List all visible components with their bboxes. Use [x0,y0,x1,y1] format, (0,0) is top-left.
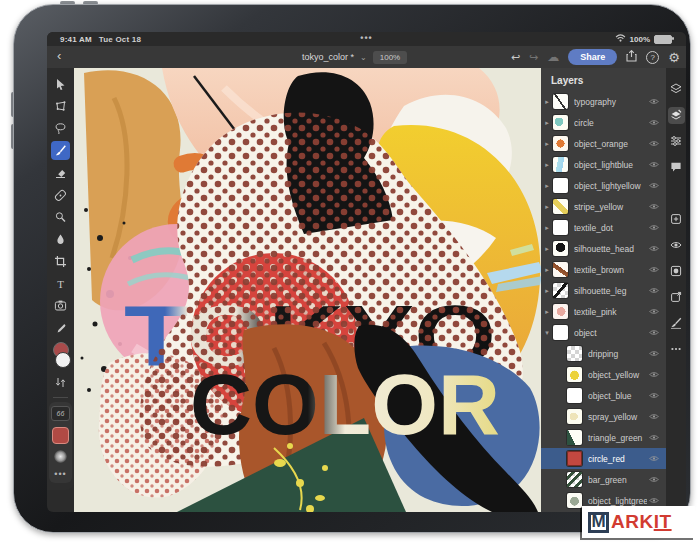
tool-brush[interactable] [51,141,70,160]
layer-row-circle_red[interactable]: circle_red [541,448,666,469]
layer-mask-icon[interactable] [668,262,685,279]
visibility-eye-icon[interactable] [647,140,661,147]
share-button[interactable]: Share [568,49,617,65]
visibility-eye-icon[interactable] [647,245,661,252]
layer-visibility-icon[interactable] [668,236,685,253]
help-button[interactable]: ? [646,51,659,64]
visibility-eye-icon[interactable] [647,308,661,315]
layer-row-silhouette_leg[interactable]: ▸silhouette_leg [541,280,666,301]
tool-heal[interactable] [51,186,70,205]
layer-row-object[interactable]: ▾object [541,322,666,343]
tool-crop[interactable] [51,252,70,271]
visibility-eye-icon[interactable] [647,224,661,231]
visibility-eye-icon[interactable] [647,392,661,399]
disclosure-icon[interactable]: ▸ [541,245,553,253]
layers-detail-icon[interactable] [668,107,685,124]
disclosure-icon[interactable]: ▸ [541,140,553,148]
brush-icon [54,144,67,157]
adjustments-icon[interactable] [668,133,685,150]
document-title[interactable]: tokyo_color * [302,52,354,62]
comment-icon[interactable] [668,159,685,176]
visibility-eye-icon[interactable] [647,98,661,105]
visibility-eye-icon[interactable] [647,434,661,441]
visibility-eye-icon[interactable] [647,455,661,462]
visibility-eye-icon[interactable] [647,119,661,126]
visibility-eye-icon[interactable] [647,266,661,273]
visibility-eye-icon[interactable] [647,161,661,168]
disclosure-icon[interactable]: ▸ [541,161,553,169]
visibility-eye-icon[interactable] [647,350,661,357]
tool-eraser[interactable] [51,163,70,182]
gear-icon[interactable]: ⚙ [668,51,680,64]
visibility-eye-icon[interactable] [647,329,661,336]
disclosure-icon[interactable]: ▸ [541,203,553,211]
tool-paint[interactable] [51,230,70,249]
tool-move[interactable] [51,75,70,94]
layer-row-textile_brown[interactable]: ▸textile_brown [541,259,666,280]
disclosure-icon[interactable]: ▸ [541,308,553,316]
toolbar-more-icon[interactable]: ••• [54,469,66,479]
visibility-eye-icon[interactable] [647,476,661,483]
layer-row-object_lightyellow[interactable]: ▸object_lightyellow [541,175,666,196]
disclosure-icon[interactable]: ▾ [541,329,553,337]
disclosure-icon[interactable]: ▸ [541,287,553,295]
undo-icon[interactable]: ↩ [511,52,520,63]
disclosure-icon[interactable]: ▸ [541,119,553,127]
tool-place-image[interactable] [51,296,70,315]
layer-row-spray_yellow[interactable]: spray_yellow [541,406,666,427]
layer-row-textile_dot[interactable]: ▸textile_dot [541,217,666,238]
layer-row-object_lightblue[interactable]: ▸object_lightblue [541,154,666,175]
layer-row-object_orange[interactable]: ▸object_orange [541,133,666,154]
layer-row-silhouette_head[interactable]: ▸silhouette_head [541,238,666,259]
tool-type[interactable]: T [51,274,70,293]
chevron-down-icon[interactable]: ⌄ [360,53,367,62]
layer-row-typography[interactable]: ▸typography [541,91,666,112]
cloud-sync-icon[interactable]: ☁ [547,51,559,63]
brush-size-chip[interactable]: 66 [51,406,70,421]
layer-row-stripe_yellow[interactable]: ▸stripe_yellow [541,196,666,217]
zoom-level-chip[interactable]: 100% [373,51,407,64]
layers-stack-icon[interactable] [668,81,685,98]
tool-eyedropper[interactable] [51,319,70,338]
tool-lasso[interactable] [51,119,70,138]
canvas-artwork[interactable]: TOKYO [74,68,541,512]
redo-icon[interactable]: ↪ [529,52,538,63]
disclosure-icon[interactable]: ▸ [541,266,553,274]
active-color-swatch[interactable] [52,427,69,444]
disclosure-icon[interactable]: ▸ [541,98,553,106]
visibility-eye-icon[interactable] [647,182,661,189]
layer-row-object_yellow[interactable]: object_yellow [541,364,666,385]
disclosure-icon[interactable]: ▸ [541,182,553,190]
export-icon[interactable] [626,48,637,66]
add-layer-icon[interactable] [668,210,685,227]
clone-icon [54,211,67,224]
tool-clone[interactable] [51,208,70,227]
layer-label: textile_pink [574,307,647,317]
layer-thumbnail [567,430,582,445]
layer-transform-icon[interactable] [668,288,685,305]
layer-row-object_blue[interactable]: object_blue [541,385,666,406]
tool-transform[interactable] [51,97,70,116]
layer-row-dripping[interactable]: dripping [541,343,666,364]
visibility-eye-icon[interactable] [647,371,661,378]
visibility-eye-icon[interactable] [647,203,661,210]
layer-label: object [574,328,647,338]
swap-colors-button[interactable] [51,373,70,392]
layer-label: object_blue [588,391,647,401]
back-button[interactable]: ‹ [57,48,61,63]
disclosure-icon[interactable]: ▸ [541,224,553,232]
layer-row-triangle_green[interactable]: triangle_green [541,427,666,448]
visibility-eye-icon[interactable] [647,287,661,294]
layer-row-textile_pink[interactable]: ▸textile_pink [541,301,666,322]
color-well[interactable] [52,342,70,368]
visibility-eye-icon[interactable] [647,413,661,420]
more-icon[interactable] [668,340,685,357]
layer-row-circle[interactable]: ▸circle [541,112,666,133]
multitask-dots[interactable]: ••• [47,33,686,43]
visibility-eye-icon[interactable] [647,497,661,504]
layer-row-bar_green[interactable]: bar_green [541,469,666,490]
background-color-swatch[interactable] [55,352,71,368]
layer-thumbnail [553,283,568,298]
vector-brush-icon[interactable] [668,314,685,331]
brush-softness-preview[interactable] [54,450,67,463]
